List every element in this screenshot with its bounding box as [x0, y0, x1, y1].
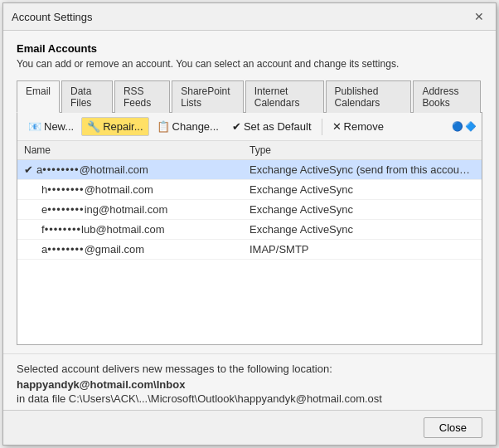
table-row[interactable]: ✔ a••••••••@hotmail.com Exchange ActiveS… — [17, 160, 482, 180]
tab-bar: Email Data Files RSS Feeds SharePoint Li… — [17, 80, 482, 113]
section-desc: You can add or remove an account. You ca… — [17, 58, 482, 70]
change-label: Change... — [172, 120, 219, 133]
tab-internet-calendars[interactable]: Internet Calendars — [245, 80, 324, 113]
tab-published-calendars[interactable]: Published Calendars — [326, 80, 412, 113]
col-header-name: Name — [24, 144, 250, 156]
content-area: Email Accounts You can add or remove an … — [3, 31, 496, 353]
account-name-2: e••••••••ing@hotmail.com — [41, 203, 167, 216]
row-type-2: Exchange ActiveSync — [250, 203, 475, 216]
new-label: New... — [44, 120, 74, 133]
tab-rss-feeds[interactable]: RSS Feeds — [114, 80, 170, 113]
tab-email[interactable]: Email — [17, 80, 60, 113]
repair-icon: 🔧 — [87, 120, 100, 133]
repair-button[interactable]: 🔧 Repair... — [81, 117, 148, 136]
new-button[interactable]: 📧 New... — [22, 117, 80, 136]
row-name-2: e••••••••ing@hotmail.com — [24, 203, 250, 216]
row-type-3: Exchange ActiveSync — [250, 223, 475, 236]
account-table: Name Type ✔ a••••••••@hotmail.com Exchan… — [17, 141, 482, 344]
tab-address-books[interactable]: Address Books — [413, 80, 481, 113]
change-icon: 📋 — [157, 120, 170, 133]
remove-button[interactable]: ✕ Remove — [327, 117, 390, 136]
toolbar-separator — [322, 119, 322, 135]
account-name-0: a••••••••@hotmail.com — [36, 163, 148, 176]
account-name-3: f••••••••lub@hotmail.com — [41, 223, 165, 236]
remove-icon: ✕ — [332, 120, 342, 133]
footer-line2: in data file C:\Users\ACK\...\Microsoft\… — [17, 392, 482, 405]
table-row[interactable]: h••••••••@hotmail.com Exchange ActiveSyn… — [17, 180, 482, 200]
table-row[interactable]: e••••••••ing@hotmail.com Exchange Active… — [17, 200, 482, 220]
col-header-type: Type — [250, 144, 475, 156]
row-name-0: ✔ a••••••••@hotmail.com — [24, 163, 250, 176]
remove-label: Remove — [344, 120, 384, 133]
dialog-title: Account Settings — [12, 11, 93, 23]
row-type-1: Exchange ActiveSync — [250, 183, 475, 196]
new-icon: 📧 — [28, 120, 41, 133]
table-row[interactable]: f••••••••lub@hotmail.com Exchange Active… — [17, 220, 482, 240]
email-toolbar: 📧 New... 🔧 Repair... 📋 Change... ✔ Set a… — [17, 113, 482, 141]
row-type-4: IMAP/SMTP — [250, 243, 475, 256]
tab-content-email: 📧 New... 🔧 Repair... 📋 Change... ✔ Set a… — [17, 113, 482, 345]
dialog-footer: Close — [3, 410, 496, 445]
section-title: Email Accounts — [17, 42, 482, 55]
close-button[interactable]: Close — [424, 417, 482, 438]
account-settings-dialog: Account Settings ✕ Email Accounts You ca… — [2, 2, 497, 446]
title-bar: Account Settings ✕ — [3, 3, 496, 31]
change-button[interactable]: 📋 Change... — [151, 117, 225, 136]
account-name-4: a••••••••@gmail.com — [41, 243, 144, 256]
repair-label: Repair... — [103, 120, 143, 133]
table-row[interactable]: a••••••••@gmail.com IMAP/SMTP — [17, 240, 482, 260]
row-name-4: a••••••••@gmail.com — [24, 243, 250, 256]
table-header: Name Type — [17, 141, 482, 160]
move-down-icon[interactable]: 🔷 — [465, 121, 477, 132]
default-label: Set as Default — [244, 120, 312, 133]
tab-sharepoint[interactable]: SharePoint Lists — [172, 80, 244, 113]
account-name-1: h••••••••@hotmail.com — [41, 183, 153, 196]
set-default-button[interactable]: ✔ Set as Default — [226, 117, 317, 136]
row-type-0: Exchange ActiveSync (send from this acco… — [250, 163, 475, 176]
move-up-icon[interactable]: 🔵 — [452, 121, 463, 132]
footer-location: happyandyk@hotmail.com\Inbox — [17, 378, 185, 391]
row-name-3: f••••••••lub@hotmail.com — [24, 223, 250, 236]
default-icon: ✔ — [232, 120, 241, 133]
checked-icon-0: ✔ — [24, 163, 33, 176]
footer-info: Selected account delivers new messages t… — [3, 353, 496, 410]
footer-line1: Selected account delivers new messages t… — [17, 363, 482, 375]
tab-data-files[interactable]: Data Files — [61, 80, 113, 113]
row-name-1: h••••••••@hotmail.com — [24, 183, 250, 196]
dialog-close-x-button[interactable]: ✕ — [471, 8, 487, 25]
